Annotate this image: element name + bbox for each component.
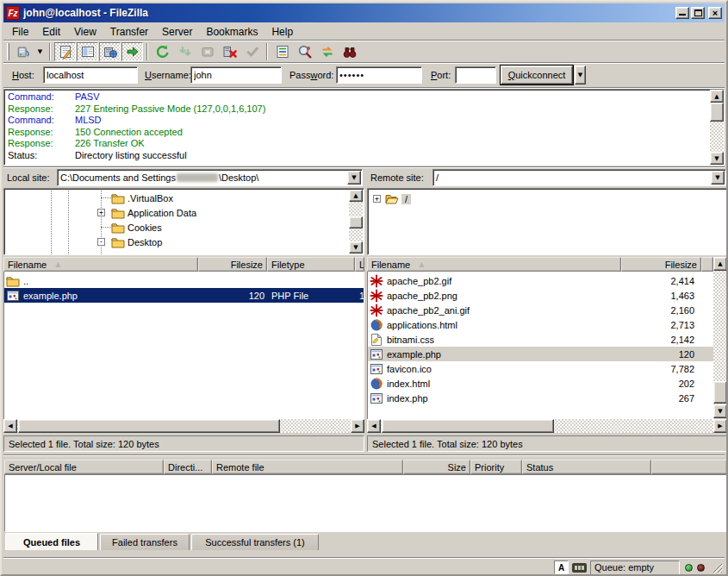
scroll-up-button[interactable]: ▲ <box>713 257 727 271</box>
local-file-list[interactable]: .. example.php 120 PHP File 1 <box>3 272 364 419</box>
apache-file-icon <box>370 289 383 303</box>
remote-column-filename[interactable]: Filename▲ <box>367 257 621 272</box>
local-site-dropdown[interactable]: ▼ <box>347 171 361 185</box>
disconnect-button[interactable] <box>219 42 240 61</box>
tree-expander[interactable]: - <box>97 238 105 246</box>
queue-column-size[interactable]: Size <box>403 460 470 474</box>
directory-comparison-button[interactable] <box>294 42 315 61</box>
menu-help[interactable]: Help <box>264 24 300 40</box>
quickconnect-button[interactable]: Quickconnect <box>501 66 573 85</box>
scroll-thumb[interactable] <box>18 419 280 433</box>
directory-filter-button[interactable] <box>271 42 293 61</box>
scroll-thumb[interactable] <box>713 381 727 404</box>
toggle-queue-button[interactable] <box>121 42 143 61</box>
queue-column-priority[interactable]: Priority <box>470 460 522 474</box>
menu-bookmarks[interactable]: Bookmarks <box>199 24 264 40</box>
queue-column-localfile[interactable]: Server/Local file <box>4 460 164 474</box>
menu-file[interactable]: File <box>5 24 35 40</box>
scroll-right-button[interactable]: ▶ <box>351 419 364 433</box>
tab-failed-transfers[interactable]: Failed transfers <box>100 534 190 550</box>
tree-item-root[interactable]: / <box>385 191 411 206</box>
port-input[interactable] <box>455 66 496 84</box>
minimize-button[interactable] <box>675 7 689 19</box>
message-log[interactable]: Command:PASV Response:227 Entering Passi… <box>3 89 725 166</box>
local-column-filetype[interactable]: Filetype <box>267 257 355 272</box>
menu-edit[interactable]: Edit <box>35 24 67 40</box>
scroll-down-button[interactable]: ▼ <box>349 241 363 254</box>
close-button[interactable]: × <box>708 7 722 19</box>
local-file-row-selected[interactable]: example.php 120 PHP File 1 <box>4 288 364 303</box>
tree-item-virtualbox[interactable]: .VirtualBox <box>111 191 173 205</box>
cancel-operation-button[interactable] <box>196 42 218 61</box>
remote-file-row[interactable]: bitnami.css2,142 <box>368 332 713 347</box>
menu-server[interactable]: Server <box>155 24 199 40</box>
remote-site-dropdown[interactable]: ▼ <box>711 171 725 185</box>
local-tree-pane[interactable]: .VirtualBox + Application Data Cookies -… <box>3 188 364 255</box>
refresh-button[interactable] <box>152 42 173 61</box>
queue-column-status[interactable]: Status <box>522 460 651 474</box>
local-list-hscrollbar[interactable]: ◀ ▶ <box>3 419 364 433</box>
menu-view[interactable]: View <box>67 24 103 40</box>
maximize-button[interactable] <box>691 7 705 19</box>
local-column-modified[interactable]: L <box>355 257 364 272</box>
scroll-right-button[interactable]: ▶ <box>713 419 727 433</box>
tree-expander[interactable]: + <box>373 195 381 203</box>
toggle-remote-tree-button[interactable] <box>99 42 121 61</box>
remote-column-filesize[interactable]: Filesize <box>621 257 701 272</box>
local-site-combobox[interactable]: C:\Documents and Settings\Desktop\ ▼ <box>57 169 363 186</box>
password-input[interactable] <box>336 66 422 84</box>
local-column-filename[interactable]: Filename▲ <box>3 257 198 272</box>
scroll-thumb[interactable] <box>710 103 724 122</box>
remote-file-row[interactable]: apache_pb2.gif2,414 <box>368 273 713 288</box>
tree-expander[interactable]: + <box>97 209 105 216</box>
remote-file-row[interactable]: apache_pb2.png1,463 <box>368 288 713 303</box>
remote-file-list[interactable]: apache_pb2.gif2,414 apache_pb2.png1,463 … <box>367 272 713 419</box>
local-file-row-updir[interactable]: .. <box>4 273 364 288</box>
tab-successful-transfers[interactable]: Successful transfers (1) <box>191 534 319 550</box>
username-input[interactable] <box>190 66 282 84</box>
remote-file-row[interactable]: index.html202 <box>368 376 713 391</box>
queue-column-remotefile[interactable]: Remote file <box>212 460 403 474</box>
tree-item-desktop[interactable]: Desktop <box>111 235 162 249</box>
queue-column-direction[interactable]: Directi... <box>164 460 212 474</box>
toggle-local-tree-button[interactable] <box>77 42 98 61</box>
tree-item-cookies[interactable]: Cookies <box>111 220 162 235</box>
menu-transfer[interactable]: Transfer <box>103 24 155 40</box>
site-manager-dropdown[interactable]: ▼ <box>34 42 46 61</box>
synchronized-browsing-button[interactable] <box>316 42 338 61</box>
resize-grip[interactable] <box>711 561 723 573</box>
scroll-down-button[interactable]: ▼ <box>710 152 724 165</box>
find-files-button[interactable] <box>339 42 360 61</box>
title-bar[interactable]: Fz john@localhost - FileZilla × <box>3 3 725 22</box>
site-manager-button[interactable] <box>12 42 34 61</box>
local-column-filesize[interactable]: Filesize <box>198 257 267 272</box>
scroll-left-button[interactable]: ◀ <box>3 419 17 433</box>
remote-file-row[interactable]: applications.html2,713 <box>368 317 713 332</box>
scroll-down-button[interactable]: ▼ <box>713 404 727 418</box>
process-queue-button[interactable] <box>174 42 196 61</box>
remote-file-row-selected[interactable]: example.php120 <box>368 347 713 361</box>
remote-file-row[interactable]: favicon.ico7,782 <box>368 361 713 376</box>
scroll-up-button[interactable]: ▲ <box>349 190 363 202</box>
scroll-thumb[interactable] <box>349 216 363 229</box>
host-input[interactable] <box>43 66 138 84</box>
remote-list-scrollbar[interactable]: ▲ ▼ <box>713 257 727 418</box>
scroll-left-button[interactable]: ◀ <box>367 419 381 433</box>
remote-list-hscrollbar[interactable]: ◀ ▶ <box>367 419 727 433</box>
scroll-up-button[interactable]: ▲ <box>710 90 724 103</box>
quickconnect-dropdown[interactable]: ▼ <box>575 66 586 85</box>
toggle-message-log-button[interactable] <box>54 42 76 61</box>
remote-file-row[interactable]: index.php267 <box>368 391 713 405</box>
remote-site-combobox[interactable]: / ▼ <box>432 169 726 186</box>
reconnect-button[interactable] <box>241 42 263 61</box>
tree-item-application-data[interactable]: Application Data <box>111 205 196 220</box>
remote-tree-pane[interactable]: + / <box>367 188 727 255</box>
log-scrollbar[interactable]: ▲ ▼ <box>710 90 724 165</box>
queue-list[interactable] <box>4 474 727 532</box>
toolbar-grip[interactable] <box>7 43 9 60</box>
tab-queued-files[interactable]: Queued files <box>5 533 98 550</box>
remote-file-row[interactable]: apache_pb2_ani.gif2,160 <box>368 303 713 317</box>
local-tree-scrollbar[interactable]: ▲ ▼ <box>349 190 363 254</box>
scroll-thumb[interactable] <box>382 419 554 433</box>
transfer-type-icon: A <box>554 560 569 574</box>
